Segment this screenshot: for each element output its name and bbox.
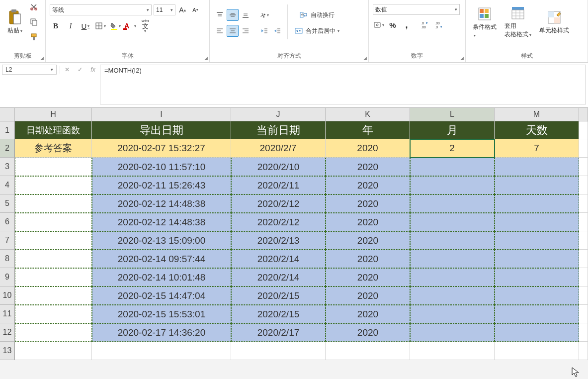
cell[interactable] — [495, 250, 579, 268]
row-header-9[interactable]: 9 — [0, 268, 15, 286]
phonetic-button[interactable]: wén文▾ — [139, 20, 151, 32]
align-right-button[interactable] — [240, 25, 252, 37]
cell[interactable]: 2020 — [326, 194, 410, 213]
cell[interactable]: 2020/2/11 — [231, 176, 326, 194]
cell[interactable]: 2020/2/17 — [231, 323, 326, 342]
name-box[interactable]: L2▾ — [2, 65, 57, 75]
format-painter-button[interactable] — [28, 31, 40, 43]
cell[interactable] — [92, 342, 231, 360]
accounting-format-button[interactable]: ▾ — [373, 19, 385, 31]
row-header-13[interactable]: 13 — [0, 342, 15, 360]
clipboard-expand-icon[interactable]: ◢ — [40, 56, 44, 61]
cell[interactable]: 2020/2/14 — [231, 250, 326, 268]
cell[interactable] — [579, 268, 588, 286]
cell[interactable] — [495, 176, 579, 194]
cell[interactable] — [579, 176, 588, 194]
cell[interactable] — [579, 305, 588, 323]
cell[interactable]: 2 — [410, 139, 495, 158]
paste-button[interactable]: 粘贴▾ — [4, 7, 26, 37]
increase-decimal-button[interactable]: .0.00 — [420, 19, 431, 31]
comma-button[interactable]: , — [401, 19, 413, 31]
row-header-5[interactable]: 5 — [0, 194, 15, 213]
wrap-text-button[interactable]: ab 自动换行 — [292, 9, 342, 21]
cell[interactable]: 7 — [495, 139, 579, 158]
cell[interactable] — [495, 342, 579, 360]
align-top-button[interactable] — [214, 9, 226, 21]
cancel-formula-button[interactable]: ✕ — [61, 66, 73, 73]
increase-indent-button[interactable] — [271, 25, 283, 37]
cell[interactable] — [495, 268, 579, 286]
cell[interactable] — [410, 342, 495, 360]
cell[interactable] — [495, 323, 579, 342]
fx-button[interactable]: fx — [87, 66, 99, 73]
cell[interactable]: 2020-02-14 09:57:44 — [92, 250, 231, 268]
percent-button[interactable]: % — [387, 19, 399, 31]
cell[interactable] — [15, 231, 92, 250]
cell[interactable] — [15, 158, 92, 176]
cell[interactable] — [579, 213, 588, 231]
cell[interactable] — [15, 268, 92, 286]
decrease-font-button[interactable]: A▾ — [189, 4, 201, 16]
cell-style-button[interactable]: 单元格样式 — [536, 7, 572, 37]
cell[interactable]: 2020/2/10 — [231, 158, 326, 176]
orientation-button[interactable]: ⤮▾ — [258, 9, 270, 21]
cell[interactable] — [410, 194, 495, 213]
col-header-L[interactable]: L — [410, 108, 495, 121]
col-header-J[interactable]: J — [231, 108, 326, 121]
italic-button[interactable]: I — [65, 20, 77, 32]
cell[interactable] — [579, 342, 588, 360]
borders-button[interactable]: ▾ — [94, 20, 106, 32]
cell[interactable] — [410, 158, 495, 176]
cell[interactable] — [495, 305, 579, 323]
align-expand-icon[interactable]: ◢ — [363, 56, 367, 61]
table-format-button[interactable]: 套用 表格格式▾ — [502, 3, 534, 41]
cell[interactable]: 2020 — [326, 323, 410, 342]
cell[interactable]: 2020/2/7 — [231, 139, 326, 158]
row-header-2[interactable]: 2 — [0, 139, 15, 158]
cell[interactable] — [495, 286, 579, 305]
cell[interactable]: 2020-02-17 14:36:20 — [92, 323, 231, 342]
cell[interactable]: 参考答案 — [15, 139, 92, 158]
cell[interactable] — [579, 286, 588, 305]
increase-font-button[interactable]: A▴ — [176, 4, 188, 16]
cell[interactable]: 2020 — [326, 176, 410, 194]
col-header-I[interactable]: I — [92, 108, 231, 121]
row-header-7[interactable]: 7 — [0, 231, 15, 250]
number-expand-icon[interactable]: ◢ — [460, 56, 464, 61]
bold-button[interactable]: B — [50, 20, 62, 32]
row-header-8[interactable]: 8 — [0, 250, 15, 268]
cell[interactable] — [579, 323, 588, 342]
cell[interactable]: 2020 — [326, 139, 410, 158]
cell[interactable] — [15, 176, 92, 194]
cell[interactable]: 2020 — [326, 158, 410, 176]
cell[interactable]: 2020 — [326, 286, 410, 305]
cell[interactable] — [579, 231, 588, 250]
merge-center-button[interactable]: 合并后居中▾ — [292, 25, 342, 37]
cell[interactable] — [495, 194, 579, 213]
enter-formula-button[interactable]: ✓ — [74, 66, 86, 73]
cell[interactable] — [15, 194, 92, 213]
row-header-12[interactable]: 12 — [0, 323, 15, 342]
select-all-corner[interactable] — [0, 108, 15, 121]
font-expand-icon[interactable]: ◢ — [204, 56, 208, 61]
cut-button[interactable] — [28, 1, 40, 13]
cell[interactable]: 2020-02-15 14:47:04 — [92, 286, 231, 305]
align-center-button[interactable] — [227, 25, 239, 37]
decrease-decimal-button[interactable]: .00.0 — [433, 19, 445, 31]
cell[interactable]: 导出日期 — [92, 121, 231, 139]
cell[interactable] — [579, 194, 588, 213]
cell[interactable] — [579, 139, 588, 158]
cell[interactable]: 2020-02-10 11:57:10 — [92, 158, 231, 176]
cell[interactable] — [495, 213, 579, 231]
cell[interactable]: 2020 — [326, 213, 410, 231]
cell[interactable] — [579, 121, 588, 139]
cell[interactable] — [410, 286, 495, 305]
cell[interactable] — [15, 286, 92, 305]
col-header-next[interactable] — [579, 108, 588, 121]
cell[interactable]: 2020-02-13 15:09:00 — [92, 231, 231, 250]
cell[interactable]: 2020 — [326, 305, 410, 323]
row-header-10[interactable]: 10 — [0, 286, 15, 305]
cell[interactable] — [15, 305, 92, 323]
cell[interactable] — [410, 323, 495, 342]
cell[interactable]: 当前日期 — [231, 121, 326, 139]
